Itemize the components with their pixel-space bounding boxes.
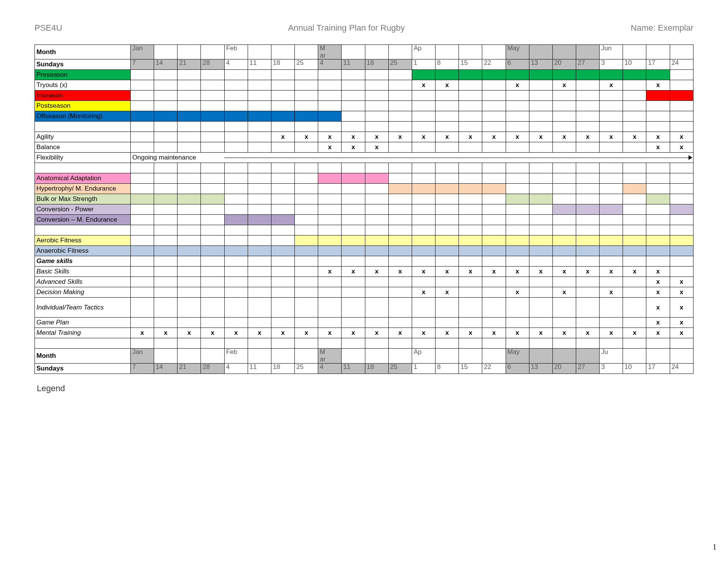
label-mental: Mental Training [35, 328, 131, 338]
row-aero: Aerobic Fitness [35, 235, 693, 246]
label-convp: Conversion - Power [35, 204, 131, 215]
plan-table: MonthJanFebMarApMayJunSundays71421284111… [35, 44, 693, 374]
row-postseason: Postseason [35, 101, 693, 111]
label-plan: Game Plan [35, 318, 131, 328]
hdr-left: PSE4U [35, 23, 62, 33]
label-tryouts: Tryouts (x) [35, 80, 131, 91]
label-tact: Individual/Team Tactics [35, 298, 131, 318]
row-month: MonthJanFebMarApMayJun [35, 45, 693, 59]
row-sp4 [35, 338, 693, 349]
label-convm: Conversion – M. Endurance [35, 215, 131, 225]
hdr-center: Annual Training Plan for Rugby [288, 23, 405, 33]
label-postseason: Postseason [35, 101, 131, 111]
label-game: Game skills [35, 256, 131, 267]
row-adv: Advanced Skillsxx [35, 277, 693, 287]
label-adv: Advanced Skills [35, 277, 131, 287]
row-anat: Anatomical Adaptation [35, 173, 693, 184]
label-anat: Anatomical Adaptation [35, 173, 131, 184]
label-flex: Flexibility [35, 153, 131, 163]
label-inseason: Inseason [35, 91, 131, 101]
label-month2: Month [35, 349, 131, 363]
label-bulk: Bulk or Max Strength [35, 194, 131, 204]
row-agility: Agilityxxxxxxxxxxxxxxxxxx [35, 132, 693, 142]
hdr-right: Name: Exemplar [631, 23, 693, 33]
row-tact: Individual/Team Tacticsxx [35, 298, 693, 318]
row-month2: MonthJanFebMarApMayJu [35, 349, 693, 363]
label-agility: Agility [35, 132, 131, 142]
label-basic: Basic Skills [35, 267, 131, 277]
legend-label: Legend [37, 384, 693, 393]
label-sundays2: Sundays [35, 363, 131, 374]
row-convm: Conversion – M. Endurance [35, 215, 693, 225]
row-sp1 [35, 122, 693, 132]
row-preseason: Preseason [35, 70, 693, 80]
row-balance: Balancexxxxx [35, 142, 693, 153]
row-bulk: Bulk or Max Strength [35, 194, 693, 204]
row-inseason: Inseason [35, 91, 693, 101]
row-mental: Mental Trainingxxxxxxxxxxxxxxxxxxxxxxxx [35, 328, 693, 338]
row-hyper: Hypertrophy/ M. Endurance [35, 184, 693, 194]
row-game: Game skills [35, 256, 693, 267]
row-sundays: Sundays714212841118254111825181522613202… [35, 59, 693, 70]
row-tryouts: Tryouts (x)xxxxxx [35, 80, 693, 91]
row-sp3 [35, 225, 693, 235]
row-convp: Conversion - Power [35, 204, 693, 215]
label-aero: Aerobic Fitness [35, 235, 131, 246]
row-anaero: Anaerobic Fitness [35, 246, 693, 256]
row-dec: Decision Makingxxxxxxx [35, 287, 693, 298]
label-dec: Decision Making [35, 287, 131, 298]
label-sundays: Sundays [35, 59, 131, 70]
row-sundays2: Sundays714212841118254111825181522613202… [35, 363, 693, 374]
row-sp2 [35, 163, 693, 173]
row-plan: Game Planxx [35, 318, 693, 328]
row-basic: Basic Skillsxxxxxxxxxxxxxxx [35, 267, 693, 277]
label-preseason: Preseason [35, 70, 131, 80]
label-month: Month [35, 45, 131, 59]
label-balance: Balance [35, 142, 131, 153]
label-anaero: Anaerobic Fitness [35, 246, 131, 256]
row-flex: FlexibilityOngoing maintenance [35, 153, 693, 163]
label-hyper: Hypertrophy/ M. Endurance [35, 184, 131, 194]
row-offseason: Offseason (Monitoring) [35, 111, 693, 122]
label-offseason: Offseason (Monitoring) [35, 111, 131, 122]
